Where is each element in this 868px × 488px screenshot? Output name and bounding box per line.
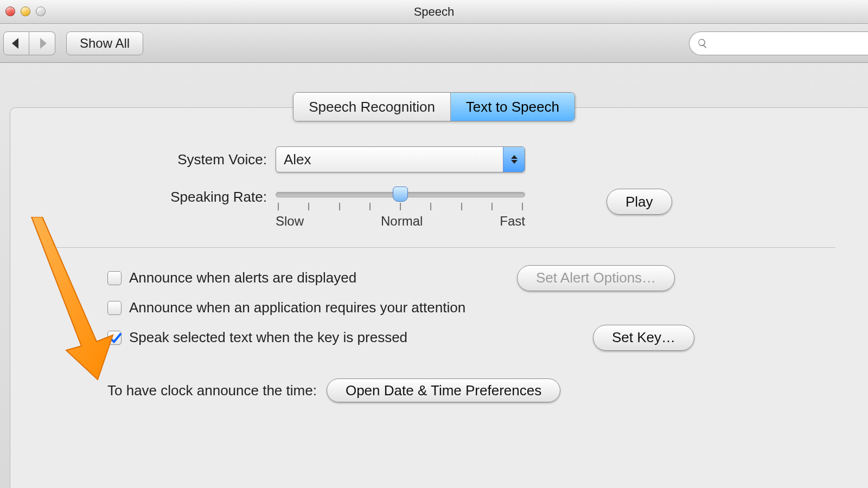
chevron-left-icon bbox=[12, 38, 21, 49]
set-key-button[interactable]: Set Key… bbox=[593, 325, 694, 351]
back-button[interactable] bbox=[3, 31, 29, 55]
svg-marker-0 bbox=[12, 38, 18, 49]
slider-thumb[interactable] bbox=[393, 187, 408, 202]
search-input[interactable] bbox=[712, 36, 868, 51]
search-icon bbox=[697, 37, 708, 49]
updown-icon bbox=[503, 147, 525, 172]
slider-tick-normal: Normal bbox=[381, 214, 423, 229]
open-date-time-button[interactable]: Open Date & Time Preferences bbox=[327, 378, 560, 402]
clock-announce-label: To have clock announce the time: bbox=[107, 382, 317, 399]
svg-marker-1 bbox=[40, 38, 47, 49]
search-field[interactable] bbox=[689, 31, 868, 55]
slider-tick-fast: Fast bbox=[500, 214, 525, 229]
speaking-rate-slider[interactable]: Slow Normal Fast bbox=[276, 189, 525, 229]
chevron-right-icon bbox=[38, 38, 47, 49]
show-all-button[interactable]: Show All bbox=[66, 31, 143, 55]
play-button[interactable]: Play bbox=[607, 189, 672, 215]
toolbar: Show All bbox=[0, 24, 868, 63]
announce-alerts-checkbox[interactable] bbox=[107, 271, 122, 285]
titlebar: Speech bbox=[0, 0, 868, 24]
speaking-rate-label: Speaking Rate: bbox=[10, 189, 276, 206]
set-alert-options-button[interactable]: Set Alert Options… bbox=[517, 265, 675, 291]
divider bbox=[42, 247, 835, 248]
tab-bar: Speech Recognition Text to Speech bbox=[293, 92, 575, 121]
speak-selected-checkbox[interactable] bbox=[107, 331, 122, 345]
forward-button[interactable] bbox=[29, 31, 55, 55]
announce-alerts-label: Announce when alerts are displayed bbox=[129, 269, 356, 286]
system-voice-value: Alex bbox=[276, 151, 503, 168]
slider-tick-slow: Slow bbox=[276, 214, 304, 229]
announce-attention-checkbox[interactable] bbox=[107, 301, 122, 315]
nav-buttons bbox=[3, 31, 55, 55]
tab-text-to-speech[interactable]: Text to Speech bbox=[451, 93, 575, 121]
system-voice-popup[interactable]: Alex bbox=[276, 146, 525, 172]
window-title: Speech bbox=[0, 0, 868, 24]
tab-speech-recognition[interactable]: Speech Recognition bbox=[293, 93, 451, 121]
system-voice-label: System Voice: bbox=[10, 151, 276, 168]
content: System Voice: Alex Speaking Rate: Slow N… bbox=[10, 125, 868, 488]
announce-attention-label: Announce when an application requires yo… bbox=[129, 299, 465, 316]
speak-selected-label: Speak selected text when the key is pres… bbox=[129, 329, 407, 346]
